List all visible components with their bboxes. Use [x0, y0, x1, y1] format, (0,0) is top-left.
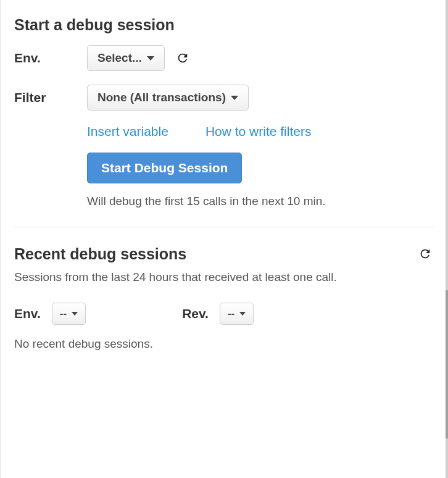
recent-refresh-button[interactable] [416, 245, 434, 263]
recent-rev-dropdown[interactable]: -- [220, 303, 254, 325]
recent-env-label: Env. [14, 306, 41, 321]
refresh-icon [176, 51, 189, 65]
env-select-text: Select... [97, 51, 142, 65]
filter-label: Filter [14, 90, 87, 105]
recent-filters: Env. -- Rev. -- [14, 303, 434, 325]
start-debug-button[interactable]: Start Debug Session [87, 153, 242, 183]
refresh-icon [418, 247, 432, 261]
how-to-filters-link[interactable]: How to write filters [205, 124, 312, 139]
start-hint: Will debug the first 15 calls in the nex… [87, 195, 434, 208]
recent-sessions-title: Recent debug sessions [14, 245, 186, 263]
recent-rev-label: Rev. [182, 306, 209, 321]
env-select-dropdown[interactable]: Select... [87, 45, 165, 71]
recent-env-value: -- [60, 308, 67, 320]
filter-select-text: None (All transactions) [97, 91, 226, 104]
scrollbar-thumb[interactable] [446, 290, 448, 438]
filter-field: None (All transactions) [87, 85, 434, 111]
debug-panel: Start a debug session Env. Select... Fil… [0, 0, 448, 478]
start-session-title: Start a debug session [14, 16, 434, 34]
caret-down-icon [231, 96, 238, 100]
env-refresh-button[interactable] [173, 49, 192, 67]
caret-down-icon [239, 312, 246, 316]
env-label: Env. [14, 51, 87, 65]
insert-variable-link[interactable]: Insert variable [87, 124, 168, 139]
recent-env-dropdown[interactable]: -- [52, 303, 86, 325]
caret-down-icon [147, 56, 154, 61]
no-sessions-text: No recent debug sessions. [14, 337, 434, 351]
filter-row: Filter None (All transactions) [14, 85, 434, 111]
recent-rev-value: -- [228, 308, 234, 320]
filter-select-dropdown[interactable]: None (All transactions) [87, 85, 249, 111]
divider [14, 227, 434, 227]
filter-helper-links: Insert variable How to write filters [87, 124, 434, 139]
recent-subtitle: Sessions from the last 24 hours that rec… [14, 267, 434, 288]
recent-header: Recent debug sessions [14, 245, 434, 263]
start-button-row: Start Debug Session [87, 153, 434, 183]
env-field: Select... [87, 45, 434, 71]
env-row: Env. Select... [14, 45, 434, 71]
caret-down-icon [72, 312, 78, 316]
